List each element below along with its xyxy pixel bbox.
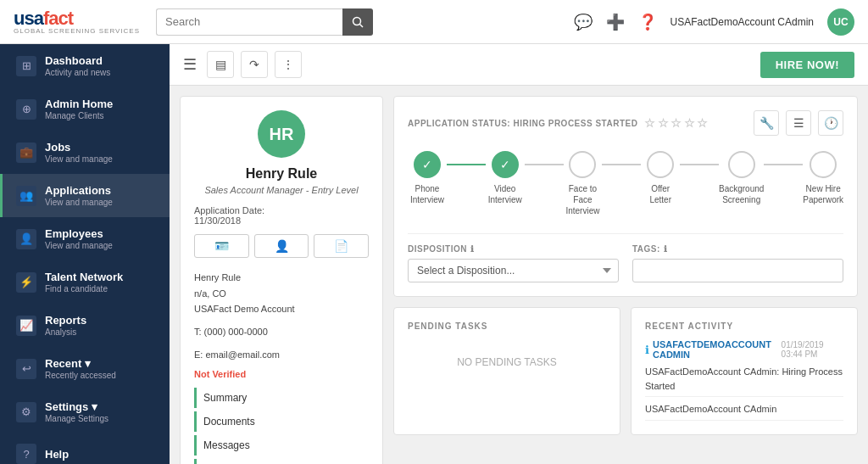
step-circle-phone-interview: ✓ xyxy=(414,151,441,178)
sidebar-item-settings[interactable]: ⚙ Settings ▾ Manage Settings xyxy=(0,390,170,433)
activity-items: USAFactDemoAccount CAdmin: Hiring Proces… xyxy=(645,365,843,421)
sidebar-title-settings: Settings ▾ xyxy=(45,400,108,413)
step-circle-offer-letter xyxy=(647,151,674,178)
pipeline-connector-1 xyxy=(447,164,486,165)
search-button[interactable] xyxy=(342,8,373,36)
sidebar-sub-talent-network: Find a candidate xyxy=(45,284,123,293)
sidebar-sub-reports: Analysis xyxy=(45,327,86,337)
disposition-tags-row: DISPOSITION ℹ Select a Disposition... TA… xyxy=(408,233,843,282)
user-avatar[interactable]: UC xyxy=(827,8,854,36)
profile-links: SummaryDocumentsMessagesOther Applicatio… xyxy=(194,388,369,464)
list-action-button[interactable]: ☰ xyxy=(786,110,811,136)
activity-item: USAFactDemoAccount CAdmin xyxy=(645,402,843,421)
tags-block: TAGS: ℹ xyxy=(632,244,843,282)
profile-address: Henry Rule n/a, CO USAFact Demo Account xyxy=(194,270,369,317)
step-circle-face-to-face xyxy=(569,151,596,178)
sidebar-icon-admin-home: ⊕ xyxy=(16,99,36,120)
sidebar-title-employees: Employees xyxy=(45,227,113,240)
step-label-phone-interview: PhoneInterview xyxy=(410,183,444,205)
disposition-select[interactable]: Select a Disposition... xyxy=(408,259,619,282)
step-label-face-to-face: Face to FaceInterview xyxy=(564,183,603,216)
star-rating[interactable]: ☆ ☆ ☆ ☆ ☆ xyxy=(644,116,709,130)
activity-info-icon: ℹ xyxy=(645,344,649,356)
pipeline-step-offer-letter: Offer Letter xyxy=(641,151,680,205)
search-icon xyxy=(352,16,364,28)
sidebar-icon-jobs: 💼 xyxy=(16,143,36,163)
pipeline-step-face-to-face: Face to FaceInterview xyxy=(564,151,603,216)
profile-link-messages[interactable]: Messages xyxy=(194,435,369,456)
app-status-header: APPLICATION STATUS: HIRING PROCESS START… xyxy=(408,110,843,136)
profile-link-other-applications[interactable]: Other Applications xyxy=(194,459,369,464)
sidebar-sub-jobs: View and manage xyxy=(45,154,113,164)
profile-id-button[interactable]: 🪪 xyxy=(194,234,249,258)
pipeline-step-video-interview: ✓ VideoInterview xyxy=(486,151,525,205)
main-layout: ⊞ Dashboard Activity and news ⊕ Admin Ho… xyxy=(0,44,868,464)
sidebar-title-reports: Reports xyxy=(45,314,86,327)
right-section: APPLICATION STATUS: HIRING PROCESS START… xyxy=(393,96,858,464)
sidebar-icon-help: ? xyxy=(16,444,36,464)
help-icon[interactable]: ❓ xyxy=(638,13,657,31)
sidebar-item-jobs[interactable]: 💼 Jobs View and manage xyxy=(0,131,170,174)
profile-link-summary[interactable]: Summary xyxy=(194,388,369,408)
application-status-card: APPLICATION STATUS: HIRING PROCESS START… xyxy=(393,96,858,297)
hamburger-button[interactable]: ☰ xyxy=(183,55,197,74)
view-toggle-button[interactable]: ▤ xyxy=(207,51,234,78)
profile-name: Henry Rule xyxy=(194,166,369,182)
pipeline-connector-3 xyxy=(602,164,641,165)
forward-button[interactable]: ↷ xyxy=(241,51,268,78)
pipeline-step-background: BackgroundScreening xyxy=(719,151,764,205)
recent-activity-title: RECENT ACTIVITY xyxy=(645,321,843,331)
history-action-button[interactable]: 🕐 xyxy=(818,110,843,136)
sidebar-sub-recent: Recently accessed xyxy=(45,371,116,380)
profile-phone: T: (000) 000-0000 xyxy=(194,324,369,340)
step-circle-video-interview: ✓ xyxy=(492,151,519,178)
sidebar-item-help[interactable]: ? Help xyxy=(0,433,170,464)
tags-label: TAGS: ℹ xyxy=(632,244,843,254)
activity-user-link[interactable]: USAFACTDEMOACCOUNT CADMIN xyxy=(653,339,775,360)
sidebar-item-admin-home[interactable]: ⊕ Admin Home Manage Clients xyxy=(0,87,170,131)
bottom-row: PENDING TASKS NO PENDING TASKS RECENT AC… xyxy=(393,307,858,435)
cards-row: HR Henry Rule Sales Account Manager - En… xyxy=(170,86,868,464)
sidebar-title-admin-home: Admin Home xyxy=(45,98,113,110)
more-options-button[interactable]: ⋮ xyxy=(275,51,302,78)
top-nav-right: 💬 ➕ ❓ USAFactDemoAccount CAdmin UC xyxy=(574,8,854,36)
sidebar-sub-employees: View and manage xyxy=(45,241,113,250)
sidebar-icon-talent-network: ⚡ xyxy=(16,272,36,293)
sidebar-item-reports[interactable]: 📈 Reports Analysis xyxy=(0,304,170,347)
verification-status: Not Verified xyxy=(194,369,369,379)
activity-user-row: ℹ USAFACTDEMOACCOUNT CADMIN 01/19/2019 0… xyxy=(645,339,843,360)
profile-contact-button[interactable]: 👤 xyxy=(254,234,309,258)
message-icon[interactable]: 💬 xyxy=(574,13,593,31)
sidebar-item-employees[interactable]: 👤 Employees View and manage xyxy=(0,217,170,260)
sidebar-title-recent: Recent ▾ xyxy=(45,357,116,370)
sidebar-title-dashboard: Dashboard xyxy=(45,54,110,67)
pipeline-step-new-hire: New HirePaperwork xyxy=(803,151,843,205)
hire-now-button[interactable]: HIRE NOW! xyxy=(760,52,854,78)
user-name: USAFactDemoAccount CAdmin xyxy=(670,16,814,28)
settings-action-button[interactable]: 🔧 xyxy=(754,110,779,136)
search-input[interactable] xyxy=(156,8,342,36)
logo-subtitle: Global Screening Services xyxy=(14,28,149,35)
no-pending-message: NO PENDING TASKS xyxy=(408,339,606,385)
sidebar-item-talent-network[interactable]: ⚡ Talent Network Find a candidate xyxy=(0,260,170,304)
pipeline-connector-4 xyxy=(680,164,719,165)
sidebar-icon-dashboard: ⊞ xyxy=(16,56,36,76)
pipeline-connector-2 xyxy=(525,164,564,165)
pending-tasks-title: PENDING TASKS xyxy=(408,321,606,331)
logo: usafact Global Screening Services xyxy=(14,9,149,35)
sidebar-item-dashboard[interactable]: ⊞ Dashboard Activity and news xyxy=(0,44,170,87)
info-icon: ℹ xyxy=(470,244,475,254)
tags-input[interactable] xyxy=(632,259,843,282)
pipeline-step-phone-interview: ✓ PhoneInterview xyxy=(408,151,447,205)
add-icon[interactable]: ➕ xyxy=(606,13,625,31)
sidebar-icon-settings: ⚙ xyxy=(16,402,36,422)
disposition-block: DISPOSITION ℹ Select a Disposition... xyxy=(408,244,619,282)
sidebar-item-recent[interactable]: ↩ Recent ▾ Recently accessed xyxy=(0,347,170,390)
profile-link-documents[interactable]: Documents xyxy=(194,411,369,432)
pipeline: ✓ PhoneInterview ✓ VideoInterview Face t… xyxy=(408,141,843,223)
sidebar-icon-reports: 📈 xyxy=(16,316,36,336)
profile-doc-button[interactable]: 📄 xyxy=(314,234,369,258)
sidebar-item-applications[interactable]: 👥 Applications View and manage xyxy=(0,174,170,217)
status-header-actions: 🔧 ☰ 🕐 xyxy=(754,110,843,136)
search-area xyxy=(156,8,373,36)
